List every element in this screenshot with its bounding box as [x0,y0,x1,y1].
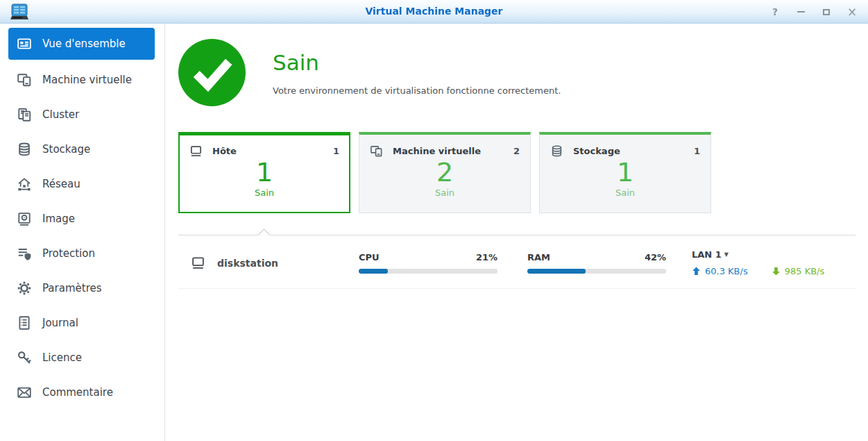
sidebar-item-reseau[interactable]: Réseau [0,167,164,201]
card-status-label: Sain [370,188,520,198]
host-icon [191,256,205,270]
cpu-label: CPU [359,252,380,263]
minimize-icon [797,11,805,13]
cpu-metric: CPU 21% [359,252,497,274]
card-status-label: Sain [550,188,700,198]
sidebar-item-label: Machine virtuelle [42,74,132,86]
card-count: 1 [333,146,339,156]
host-row[interactable]: diskstation CPU 21% RAM 42% LAN 1▼ [178,249,856,276]
gear-icon [17,281,33,297]
upload-speed: 60.3 KB/s [692,266,748,276]
sidebar-item-vue-densemble[interactable]: Vue d'ensemble [8,28,155,60]
healthy-check-icon [178,39,246,106]
sidebar-item-label: Réseau [42,178,80,190]
card-healthy-value: 1 [550,158,700,187]
card-title: Hôte [212,146,237,156]
card-count: 1 [694,146,700,156]
sidebar-item-machine-virtuelle[interactable]: Machine virtuelle [0,63,164,97]
card-status-label: Sain [189,188,339,198]
divider-notch [257,228,270,241]
card-machine-virtuelle[interactable]: Machine virtuelle 2 2 Sain [359,132,531,213]
sidebar-item-label: Cluster [42,108,79,121]
card-healthy-value: 1 [189,158,339,187]
section-divider [178,235,856,235]
sidebar-item-label: Vue d'ensemble [42,38,126,50]
upload-arrow-icon [692,267,701,276]
vm-icon [17,72,33,88]
download-arrow-icon [772,267,781,276]
ram-percent: 42% [645,252,666,263]
card-hote[interactable]: Hôte 1 1 Sain [178,132,350,213]
network-icon [17,176,33,192]
overview-icon [17,36,33,52]
ram-label: RAM [527,252,550,263]
help-button[interactable]: ? [770,6,780,17]
chevron-down-icon: ▼ [724,251,729,258]
close-button[interactable]: × [847,6,857,17]
journal-icon [17,315,33,331]
minimize-button[interactable] [796,6,806,17]
app-nas-icon [10,3,29,21]
maximize-icon [823,9,830,15]
disc-icon [17,211,33,227]
sidebar-item-image[interactable]: Image [0,201,164,236]
ram-progress-fill [527,269,586,274]
maximize-button[interactable] [822,6,831,17]
sidebar-item-label: Commentaire [42,386,113,399]
ram-metric: RAM 42% [527,252,666,274]
download-speed: 985 KB/s [772,266,825,276]
health-status-description: Votre environnement de virtualisation fo… [273,85,561,96]
sidebar-item-parametres[interactable]: Paramètres [0,271,164,306]
bottom-divider [178,288,856,289]
card-title: Stockage [573,146,620,156]
lan-label: LAN 1 [692,249,722,260]
main-content: Sain Votre environnement de virtualisati… [166,24,868,441]
cpu-progress-fill [359,269,388,274]
lan-metric: LAN 1▼ 60.3 KB/s 985 KB/s [692,249,824,276]
sidebar-item-cluster[interactable]: Cluster [0,97,164,132]
window-title: Virtual Machine Manager [0,0,868,24]
lan-dropdown[interactable]: LAN 1▼ [692,249,824,260]
host-icon [189,144,203,158]
storage-icon [550,144,564,158]
sidebar-item-label: Paramètres [42,282,102,294]
key-icon [17,350,33,366]
health-status-title: Sain [273,50,561,75]
titlebar: Virtual Machine Manager ? × [0,0,868,24]
summary-cards: Hôte 1 1 Sain Machine virtuelle 2 2 Sain [178,132,856,213]
vm-icon [370,144,384,158]
envelope-icon [17,385,33,401]
protection-icon [17,246,33,262]
sidebar-item-label: Journal [42,317,78,329]
cluster-icon [17,107,33,123]
sidebar-item-protection[interactable]: Protection [0,236,164,271]
card-healthy-value: 2 [370,158,520,187]
sidebar-item-stockage[interactable]: Stockage [0,132,164,167]
sidebar-item-label: Protection [42,247,95,260]
cpu-percent: 21% [476,252,497,263]
sidebar: Vue d'ensemble Machine virtuelle Cluster [0,24,165,441]
host-name: diskstation [217,258,278,269]
sidebar-item-journal[interactable]: Journal [0,306,164,340]
sidebar-item-label: Image [42,213,75,225]
ram-progressbar [527,269,666,274]
card-stockage[interactable]: Stockage 1 1 Sain [539,132,711,213]
sidebar-item-licence[interactable]: Licence [0,340,164,375]
sidebar-item-label: Stockage [42,143,90,156]
storage-icon [17,142,33,158]
card-count: 2 [513,146,520,156]
cpu-progressbar [359,269,497,274]
sidebar-item-commentaire[interactable]: Commentaire [0,375,164,410]
health-hero: Sain Votre environnement de virtualisati… [178,39,856,106]
card-title: Machine virtuelle [393,146,481,156]
sidebar-item-label: Licence [42,351,82,364]
